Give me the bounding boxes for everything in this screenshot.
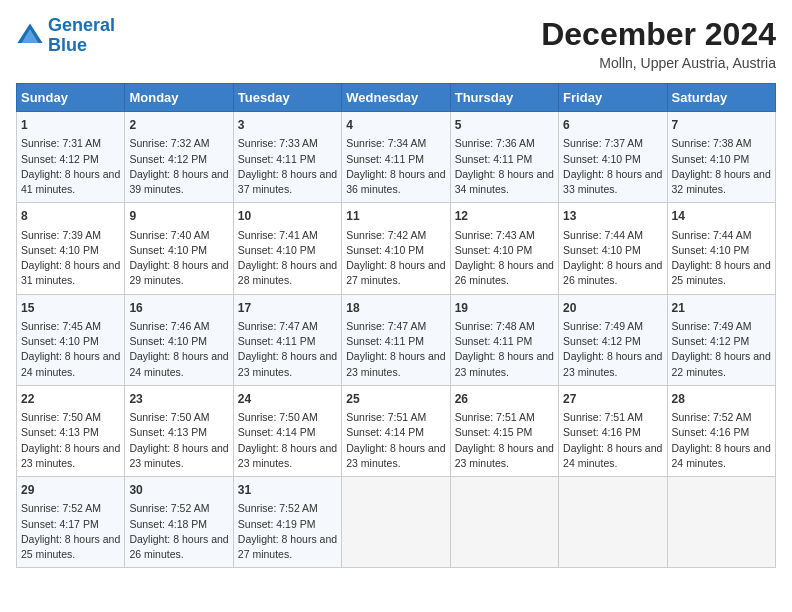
day-number: 15 xyxy=(21,300,120,317)
day-number: 1 xyxy=(21,117,120,134)
day-number: 16 xyxy=(129,300,228,317)
day-number: 20 xyxy=(563,300,662,317)
month-title: December 2024 xyxy=(541,16,776,53)
calendar-cell: 6Sunrise: 7:37 AMSunset: 4:10 PMDaylight… xyxy=(559,112,667,203)
calendar-cell: 28Sunrise: 7:52 AMSunset: 4:16 PMDayligh… xyxy=(667,385,775,476)
day-number: 3 xyxy=(238,117,337,134)
calendar-cell: 5Sunrise: 7:36 AMSunset: 4:11 PMDaylight… xyxy=(450,112,558,203)
day-number: 7 xyxy=(672,117,771,134)
day-number: 6 xyxy=(563,117,662,134)
calendar-cell: 26Sunrise: 7:51 AMSunset: 4:15 PMDayligh… xyxy=(450,385,558,476)
calendar-cell: 21Sunrise: 7:49 AMSunset: 4:12 PMDayligh… xyxy=(667,294,775,385)
calendar-cell: 16Sunrise: 7:46 AMSunset: 4:10 PMDayligh… xyxy=(125,294,233,385)
calendar-cell xyxy=(667,477,775,568)
calendar-week-row: 22Sunrise: 7:50 AMSunset: 4:13 PMDayligh… xyxy=(17,385,776,476)
calendar-cell: 15Sunrise: 7:45 AMSunset: 4:10 PMDayligh… xyxy=(17,294,125,385)
calendar-cell xyxy=(559,477,667,568)
calendar-cell: 13Sunrise: 7:44 AMSunset: 4:10 PMDayligh… xyxy=(559,203,667,294)
logo: General Blue xyxy=(16,16,115,56)
calendar-cell: 19Sunrise: 7:48 AMSunset: 4:11 PMDayligh… xyxy=(450,294,558,385)
day-number: 26 xyxy=(455,391,554,408)
weekday-header: Thursday xyxy=(450,84,558,112)
day-number: 4 xyxy=(346,117,445,134)
calendar-cell: 24Sunrise: 7:50 AMSunset: 4:14 PMDayligh… xyxy=(233,385,341,476)
weekday-header: Sunday xyxy=(17,84,125,112)
day-number: 10 xyxy=(238,208,337,225)
calendar-cell: 7Sunrise: 7:38 AMSunset: 4:10 PMDaylight… xyxy=(667,112,775,203)
calendar-cell: 2Sunrise: 7:32 AMSunset: 4:12 PMDaylight… xyxy=(125,112,233,203)
day-number: 31 xyxy=(238,482,337,499)
calendar-cell: 9Sunrise: 7:40 AMSunset: 4:10 PMDaylight… xyxy=(125,203,233,294)
calendar-cell: 18Sunrise: 7:47 AMSunset: 4:11 PMDayligh… xyxy=(342,294,450,385)
logo-line2: Blue xyxy=(48,35,87,55)
day-number: 29 xyxy=(21,482,120,499)
calendar-cell: 1Sunrise: 7:31 AMSunset: 4:12 PMDaylight… xyxy=(17,112,125,203)
day-number: 13 xyxy=(563,208,662,225)
day-number: 28 xyxy=(672,391,771,408)
day-number: 25 xyxy=(346,391,445,408)
calendar-cell: 23Sunrise: 7:50 AMSunset: 4:13 PMDayligh… xyxy=(125,385,233,476)
calendar-week-row: 8Sunrise: 7:39 AMSunset: 4:10 PMDaylight… xyxy=(17,203,776,294)
calendar-week-row: 15Sunrise: 7:45 AMSunset: 4:10 PMDayligh… xyxy=(17,294,776,385)
calendar-week-row: 29Sunrise: 7:52 AMSunset: 4:17 PMDayligh… xyxy=(17,477,776,568)
calendar-cell: 14Sunrise: 7:44 AMSunset: 4:10 PMDayligh… xyxy=(667,203,775,294)
location-subtitle: Molln, Upper Austria, Austria xyxy=(541,55,776,71)
calendar-week-row: 1Sunrise: 7:31 AMSunset: 4:12 PMDaylight… xyxy=(17,112,776,203)
calendar-cell: 27Sunrise: 7:51 AMSunset: 4:16 PMDayligh… xyxy=(559,385,667,476)
calendar-cell: 10Sunrise: 7:41 AMSunset: 4:10 PMDayligh… xyxy=(233,203,341,294)
day-number: 19 xyxy=(455,300,554,317)
day-number: 11 xyxy=(346,208,445,225)
calendar-cell: 25Sunrise: 7:51 AMSunset: 4:14 PMDayligh… xyxy=(342,385,450,476)
logo-icon xyxy=(16,22,44,50)
day-number: 21 xyxy=(672,300,771,317)
day-number: 8 xyxy=(21,208,120,225)
calendar-cell: 8Sunrise: 7:39 AMSunset: 4:10 PMDaylight… xyxy=(17,203,125,294)
calendar-cell: 17Sunrise: 7:47 AMSunset: 4:11 PMDayligh… xyxy=(233,294,341,385)
day-number: 22 xyxy=(21,391,120,408)
calendar-body: 1Sunrise: 7:31 AMSunset: 4:12 PMDaylight… xyxy=(17,112,776,568)
calendar-cell: 29Sunrise: 7:52 AMSunset: 4:17 PMDayligh… xyxy=(17,477,125,568)
calendar-header: SundayMondayTuesdayWednesdayThursdayFrid… xyxy=(17,84,776,112)
day-number: 27 xyxy=(563,391,662,408)
day-number: 17 xyxy=(238,300,337,317)
weekday-header: Wednesday xyxy=(342,84,450,112)
calendar-cell: 30Sunrise: 7:52 AMSunset: 4:18 PMDayligh… xyxy=(125,477,233,568)
calendar-table: SundayMondayTuesdayWednesdayThursdayFrid… xyxy=(16,83,776,568)
calendar-cell xyxy=(342,477,450,568)
header: General Blue December 2024 Molln, Upper … xyxy=(16,16,776,71)
calendar-cell xyxy=(450,477,558,568)
calendar-cell: 11Sunrise: 7:42 AMSunset: 4:10 PMDayligh… xyxy=(342,203,450,294)
day-number: 14 xyxy=(672,208,771,225)
weekday-header: Tuesday xyxy=(233,84,341,112)
day-number: 24 xyxy=(238,391,337,408)
day-number: 30 xyxy=(129,482,228,499)
calendar-cell: 31Sunrise: 7:52 AMSunset: 4:19 PMDayligh… xyxy=(233,477,341,568)
day-number: 5 xyxy=(455,117,554,134)
weekday-header: Friday xyxy=(559,84,667,112)
logo-text: General Blue xyxy=(48,16,115,56)
title-area: December 2024 Molln, Upper Austria, Aust… xyxy=(541,16,776,71)
calendar-cell: 4Sunrise: 7:34 AMSunset: 4:11 PMDaylight… xyxy=(342,112,450,203)
calendar-cell: 20Sunrise: 7:49 AMSunset: 4:12 PMDayligh… xyxy=(559,294,667,385)
day-number: 9 xyxy=(129,208,228,225)
calendar-cell: 3Sunrise: 7:33 AMSunset: 4:11 PMDaylight… xyxy=(233,112,341,203)
logo-line1: General xyxy=(48,15,115,35)
calendar-cell: 12Sunrise: 7:43 AMSunset: 4:10 PMDayligh… xyxy=(450,203,558,294)
day-number: 23 xyxy=(129,391,228,408)
day-number: 12 xyxy=(455,208,554,225)
weekday-header: Saturday xyxy=(667,84,775,112)
weekday-header: Monday xyxy=(125,84,233,112)
day-number: 2 xyxy=(129,117,228,134)
day-number: 18 xyxy=(346,300,445,317)
calendar-cell: 22Sunrise: 7:50 AMSunset: 4:13 PMDayligh… xyxy=(17,385,125,476)
